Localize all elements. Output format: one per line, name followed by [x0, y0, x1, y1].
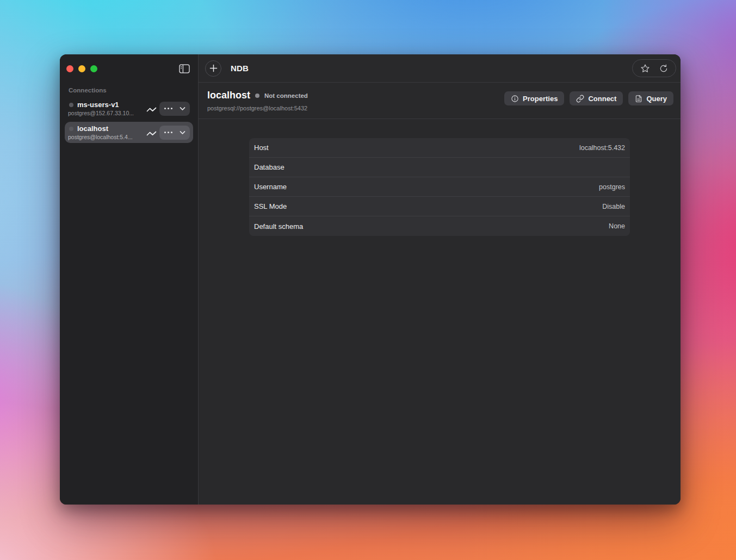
- property-row-host[interactable]: Host localhost:5.432: [249, 138, 630, 158]
- connection-item-ms-users-v1[interactable]: ms-users-v1 postgres@152.67.33.10...: [65, 98, 193, 119]
- connections-section-title: Connections: [60, 83, 198, 98]
- connection-menu: [159, 102, 190, 116]
- property-label: Database: [254, 163, 284, 171]
- property-row-default-schema[interactable]: Default schema None: [249, 216, 630, 236]
- chevron-down-icon[interactable]: [177, 102, 190, 116]
- connection-text: localhost postgres@localhost:5.4...: [68, 125, 146, 140]
- chevron-down-icon[interactable]: [177, 126, 190, 140]
- connection-text: ms-users-v1 postgres@152.67.33.10...: [68, 101, 146, 116]
- toolbar: NDB: [199, 54, 681, 83]
- activity-wave-icon: [146, 128, 157, 138]
- property-label: Host: [254, 144, 269, 152]
- status-text: Not connected: [264, 92, 308, 99]
- properties-button[interactable]: Properties: [504, 91, 564, 105]
- connection-name: ms-users-v1: [77, 101, 119, 109]
- property-label: Username: [254, 183, 287, 191]
- property-value: localhost:5.432: [579, 144, 625, 152]
- connection-status-dot: [69, 103, 73, 107]
- sidebar-titlebar: [60, 54, 198, 83]
- traffic-lights: [66, 65, 97, 72]
- minimize-button[interactable]: [78, 65, 85, 72]
- query-button[interactable]: Query: [628, 91, 673, 105]
- link-icon: [576, 95, 584, 103]
- main-panel: NDB localhost: [199, 54, 681, 505]
- connection-status-dot: [69, 127, 73, 131]
- connection-title-block: localhost Not connected postgresql://pos…: [207, 90, 308, 111]
- maximize-button[interactable]: [90, 65, 97, 72]
- app-window: Connections ms-users-v1 postgres@152.67.…: [60, 54, 681, 505]
- sidebar-toggle-icon[interactable]: [179, 64, 190, 73]
- property-row-username[interactable]: Username postgres: [249, 177, 630, 197]
- add-connection-button[interactable]: [205, 60, 221, 77]
- info-icon: [511, 95, 519, 103]
- connect-button-label: Connect: [588, 95, 616, 103]
- star-icon[interactable]: [640, 63, 651, 74]
- page-title: localhost: [207, 90, 250, 101]
- connection-subtitle: postgres@localhost:5.4...: [68, 134, 146, 140]
- sidebar: Connections ms-users-v1 postgres@152.67.…: [60, 54, 199, 505]
- app-title: NDB: [231, 64, 249, 73]
- ellipsis-icon[interactable]: [159, 126, 177, 140]
- property-value: Disable: [602, 203, 625, 210]
- connection-subtitle: postgres@152.67.33.10...: [68, 110, 146, 116]
- property-row-ssl-mode[interactable]: SSL Mode Disable: [249, 197, 630, 216]
- property-value: postgres: [599, 183, 625, 191]
- connect-button[interactable]: Connect: [570, 91, 623, 105]
- refresh-icon[interactable]: [659, 64, 669, 73]
- activity-wave-icon: [146, 104, 157, 114]
- content-body: Host localhost:5.432 Database Username p…: [199, 119, 681, 505]
- connection-item-localhost[interactable]: localhost postgres@localhost:5.4...: [65, 122, 193, 143]
- toolbar-actions: [632, 59, 676, 77]
- connection-properties-table: Host localhost:5.432 Database Username p…: [249, 138, 630, 236]
- connection-header: localhost Not connected postgresql://pos…: [199, 83, 681, 119]
- status-dot: [255, 94, 259, 98]
- header-actions: Properties Connect: [504, 91, 673, 105]
- connection-menu: [159, 126, 190, 140]
- property-label: SSL Mode: [254, 202, 287, 210]
- property-value: None: [609, 222, 625, 230]
- query-button-label: Query: [646, 95, 667, 103]
- property-row-database[interactable]: Database: [249, 158, 630, 177]
- file-text-icon: [635, 95, 642, 103]
- ellipsis-icon[interactable]: [159, 102, 177, 116]
- connection-name: localhost: [77, 125, 108, 133]
- connection-url: postgresql://postgres@localhost:5432: [207, 105, 308, 111]
- close-button[interactable]: [66, 65, 73, 72]
- property-label: Default schema: [254, 222, 303, 231]
- properties-button-label: Properties: [523, 95, 558, 103]
